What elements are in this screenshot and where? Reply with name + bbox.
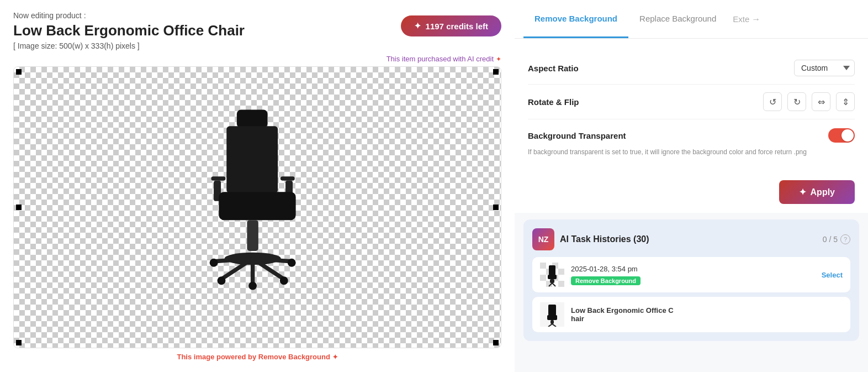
handle-middle-right[interactable] xyxy=(493,205,499,210)
ai-credit-star-icon: ✦ xyxy=(496,55,501,63)
svg-point-15 xyxy=(280,276,288,285)
svg-point-17 xyxy=(288,259,296,267)
svg-rect-23 xyxy=(558,269,564,275)
history-item-1-select[interactable]: Select xyxy=(822,271,843,279)
right-panel: Remove Background Replace Background Ext… xyxy=(515,0,868,372)
rotate-flip-label: Rotate & Flip xyxy=(528,97,579,107)
history-item-2-info: Low Back Ergonomic Office C hair xyxy=(571,306,843,323)
apply-wand-icon: ✦ xyxy=(799,187,806,197)
tab-remove-background[interactable]: Remove Background xyxy=(523,1,628,38)
svg-rect-29 xyxy=(548,275,557,279)
svg-rect-20 xyxy=(540,263,546,269)
svg-rect-28 xyxy=(549,265,555,275)
history-item-2: Low Back Ergonomic Office C hair xyxy=(532,297,850,332)
apply-label: Apply xyxy=(811,187,835,197)
history-item-1-info: 2025-01-28, 3:54 pm Remove Background xyxy=(571,265,815,285)
apply-button-row: ✦ Apply xyxy=(515,171,868,213)
svg-point-16 xyxy=(210,259,218,267)
history-item-1-date: 2025-01-28, 3:54 pm xyxy=(571,265,815,273)
svg-rect-30 xyxy=(550,279,554,283)
histories-header: NZ AI Task Histories (30) 0 / 5 ? xyxy=(532,228,850,250)
extend-label: Exte xyxy=(733,14,749,24)
flip-vertical-button[interactable]: ⇕ xyxy=(836,92,855,111)
flip-horizontal-button[interactable]: ⇔ xyxy=(812,92,830,111)
svg-rect-36 xyxy=(551,320,554,324)
histories-count: 0 / 5 ? xyxy=(823,234,850,244)
aspect-ratio-row: Aspect Ratio Custom 1:1 4:3 16:9 3:4 xyxy=(528,52,855,85)
rotate-left-button[interactable]: ↺ xyxy=(763,92,782,111)
chair-image xyxy=(186,102,329,312)
background-transparent-row: Background Transparent If background tra… xyxy=(528,119,855,163)
svg-rect-3 xyxy=(280,176,295,180)
ai-task-histories-card: NZ AI Task Histories (30) 0 / 5 ? xyxy=(523,219,859,341)
history-thumb-2 xyxy=(540,302,564,327)
toggle-header: Background Transparent xyxy=(528,128,855,143)
svg-line-12 xyxy=(253,259,289,261)
svg-line-11 xyxy=(216,259,253,261)
bg-transparent-label: Background Transparent xyxy=(528,131,626,140)
handle-bottom-right[interactable] xyxy=(493,340,499,345)
handle-bottom-left[interactable] xyxy=(16,340,22,345)
cube-icon: NZ xyxy=(532,228,554,250)
history-thumb-1 xyxy=(540,263,564,287)
bg-transparent-toggle[interactable] xyxy=(828,128,855,143)
svg-rect-27 xyxy=(558,281,564,287)
svg-rect-2 xyxy=(211,176,225,180)
handle-top-left[interactable] xyxy=(16,69,22,75)
star-icon: ✦ xyxy=(414,21,421,31)
history-item-1: 2025-01-28, 3:54 pm Remove Background Se… xyxy=(532,257,850,292)
tabs-header: Remove Background Replace Background Ext… xyxy=(515,0,868,39)
arrow-right-icon: → xyxy=(751,14,760,24)
image-canvas xyxy=(13,66,501,348)
help-icon[interactable]: ? xyxy=(840,234,850,244)
bg-transparent-description: If background transparent is set to true… xyxy=(528,147,855,157)
checkerboard-bg xyxy=(14,67,501,348)
credits-button[interactable]: ✦ 1197 credits left xyxy=(401,15,501,36)
history-item-2-title: Low Back Ergonomic Office C xyxy=(571,306,843,315)
powered-by: This image powered by Remove Background … xyxy=(13,353,501,361)
powered-by-star-icon: ✦ xyxy=(332,353,338,361)
histories-title: AI Task Histories (30) xyxy=(560,234,649,244)
settings-panel: Aspect Ratio Custom 1:1 4:3 16:9 3:4 Rot… xyxy=(515,39,868,171)
ai-credit-note: This item purchased with AI credit ✦ xyxy=(13,55,501,63)
svg-rect-6 xyxy=(219,192,295,220)
left-panel: Now editing product : Low Back Ergonomic… xyxy=(0,0,515,372)
aspect-ratio-label: Aspect Ratio xyxy=(528,64,579,73)
svg-rect-34 xyxy=(548,305,556,316)
handle-middle-left[interactable] xyxy=(16,205,22,210)
svg-rect-1 xyxy=(226,126,278,193)
tab-replace-background[interactable]: Replace Background xyxy=(628,1,727,38)
rotate-controls: ↺ ↻ ⇔ ⇕ xyxy=(763,92,855,111)
apply-button[interactable]: ✦ Apply xyxy=(779,180,855,204)
history-item-2-subtitle: hair xyxy=(571,315,843,323)
rotate-right-button[interactable]: ↻ xyxy=(787,92,806,111)
aspect-ratio-select[interactable]: Custom 1:1 4:3 16:9 3:4 xyxy=(794,60,855,76)
image-size: [ Image size: 500(w) x 333(h) pixels ] xyxy=(13,41,501,50)
histories-title-wrap: NZ AI Task Histories (30) xyxy=(532,228,649,250)
powered-by-link[interactable]: Remove Background xyxy=(258,353,330,361)
history-badge-remove-bg: Remove Background xyxy=(571,276,641,285)
tab-extend[interactable]: Exte → xyxy=(727,1,766,38)
credits-label: 1197 credits left xyxy=(426,22,488,31)
svg-rect-24 xyxy=(540,275,546,281)
svg-point-14 xyxy=(218,276,226,285)
rotate-flip-row: Rotate & Flip ↺ ↻ ⇔ ⇕ xyxy=(528,85,855,119)
svg-point-18 xyxy=(248,282,257,290)
svg-rect-35 xyxy=(547,315,557,320)
svg-rect-0 xyxy=(237,110,268,128)
handle-top-right[interactable] xyxy=(493,69,499,75)
svg-rect-7 xyxy=(247,220,258,251)
